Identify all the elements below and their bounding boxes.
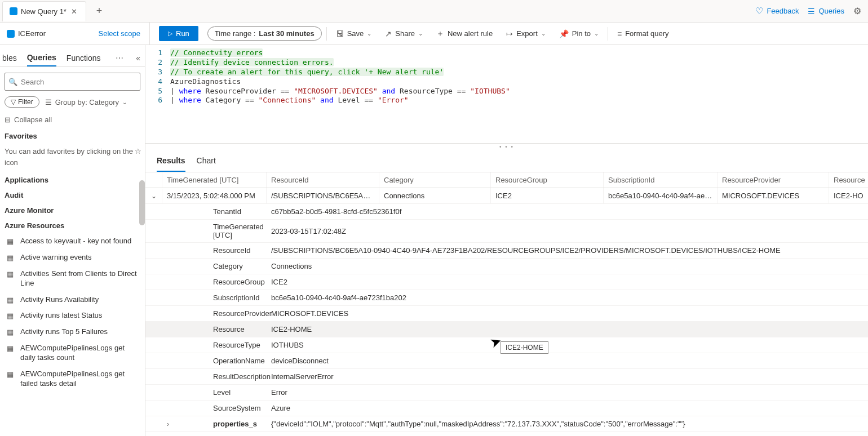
query-tab[interactable]: New Query 1* ✕ <box>2 1 86 21</box>
more-icon[interactable]: ⋯ <box>116 54 126 63</box>
chevron-down-icon: ⌄ <box>541 30 546 37</box>
detail-row[interactable]: ResourceProviderMICROSOFT.DEVICES <box>145 306 868 322</box>
query-editor[interactable]: 123456 // Connectvity errors // Identify… <box>145 45 868 144</box>
format-query-button[interactable]: ≡ Format query <box>613 27 673 41</box>
col-category[interactable]: Category <box>379 172 491 188</box>
line-gutter: 123456 <box>145 45 168 143</box>
col-subscriptionid[interactable]: SubscriptionId <box>604 172 718 188</box>
sidebar-tab-functions[interactable]: Functions <box>67 50 101 66</box>
sidebar-item[interactable]: ▦Active warning events <box>5 250 143 266</box>
detail-row[interactable]: TenantIdc67bb5a2-b0d5-4981-8cfd-c5fc5236… <box>145 204 868 220</box>
sidebar-item[interactable]: ▦Activity Runs Availability <box>5 292 143 308</box>
detail-value: 2023-03-15T17:02:48Z <box>267 224 868 238</box>
detail-row[interactable]: ResourceICE2-HOME <box>145 322 868 337</box>
sidebar-item[interactable]: ▦Access to keyvault - key not found <box>5 233 143 250</box>
groupby-dropdown[interactable]: ☰ Group by: Category ⌄ <box>45 98 127 106</box>
detail-value: InternalServerError <box>267 370 868 384</box>
group-audit[interactable]: Audit <box>5 188 143 203</box>
query-item-icon: ▦ <box>7 344 16 353</box>
detail-value: {"deviceId":"IOLM","protocol":"Mqtt","au… <box>267 417 868 431</box>
sidebar-item[interactable]: ▦AEWComputePipelinesLogs get daily tasks… <box>5 340 143 366</box>
filter-button[interactable]: ▽ Filter <box>5 96 39 108</box>
detail-row[interactable]: LevelError <box>145 385 868 401</box>
filter-icon: ▽ <box>11 98 16 106</box>
sidebar: bles Queries Functions ⋯ « 🔍 ▽ Filter ☰ … <box>0 45 145 436</box>
queries-link[interactable]: ☰ Queries <box>808 6 844 16</box>
tab-chart[interactable]: Chart <box>197 150 216 172</box>
sidebar-item[interactable]: ▦Activities Sent from Clients to Direct … <box>5 266 143 292</box>
detail-value: Connections <box>267 259 868 273</box>
detail-row[interactable]: SubscriptionIdbc6e5a10-0940-4c40-9af4-ae… <box>145 290 868 306</box>
collapse-icon: ⊟ <box>5 115 11 124</box>
export-icon: ↦ <box>506 29 513 38</box>
pin-label: Pin to <box>572 29 591 38</box>
col-resourceprovider[interactable]: ResourceProvider <box>718 172 829 188</box>
share-button[interactable]: ↗ Share ⌄ <box>380 27 427 41</box>
detail-key: Level <box>174 385 267 399</box>
share-label: Share <box>395 29 415 38</box>
detail-key: properties_s <box>174 417 267 431</box>
detail-row[interactable]: SourceSystemAzure <box>145 401 868 416</box>
detail-row[interactable]: authTypenull <box>145 432 868 436</box>
col-resourcegroup[interactable]: ResourceGroup <box>491 172 604 188</box>
query-item-icon: ▦ <box>7 270 16 278</box>
chevron-down-icon: ⌄ <box>418 30 423 37</box>
feedback-link[interactable]: ♡ Feedback <box>755 6 799 16</box>
group-azure-monitor[interactable]: Azure Monitor <box>5 203 143 218</box>
pin-button[interactable]: 📌 Pin to ⌄ <box>555 27 603 41</box>
detail-row[interactable]: CategoryConnections <box>145 259 868 274</box>
groupby-label: Group by: Category <box>55 98 119 106</box>
detail-key: ResourceGroup <box>174 275 267 289</box>
sidebar-tab-tables[interactable]: bles <box>2 50 17 66</box>
expand-icon[interactable]: › <box>145 420 174 428</box>
sidebar-item[interactable]: ▦Activity runs latest Status <box>5 308 143 324</box>
settings-link[interactable]: ⚙ <box>853 6 861 16</box>
col-resource[interactable]: Resource <box>829 172 868 188</box>
detail-row[interactable]: ResourceId/SUBSCRIPTIONS/BC6E5A10-0940-4… <box>145 243 868 259</box>
row-expander[interactable]: ⌄ <box>145 189 162 203</box>
export-button[interactable]: ↦ Export ⌄ <box>502 27 550 41</box>
format-label: Format query <box>625 29 668 38</box>
search-input[interactable] <box>21 78 136 86</box>
detail-row[interactable]: ResultDescriptionInternalServerError <box>145 369 868 385</box>
detail-value: ICE2-HOME <box>267 322 868 336</box>
sidebar-tab-queries[interactable]: Queries <box>27 50 56 66</box>
col-resourceid[interactable]: ResourceId <box>267 172 379 188</box>
col-timegenerated[interactable]: TimeGenerated [UTC] <box>162 172 267 188</box>
save-label: Save <box>347 29 364 38</box>
close-icon[interactable]: ✕ <box>70 7 79 16</box>
detail-row[interactable]: TimeGenerated [UTC]2023-03-15T17:02:48Z <box>145 220 868 243</box>
group-applications[interactable]: Applications <box>5 172 143 188</box>
code-area[interactable]: // Connectvity errors // Identify device… <box>168 45 512 143</box>
table-row[interactable]: ⌄ 3/15/2023, 5:02:48.000 PM /SUBSCRIPTIO… <box>145 188 868 204</box>
detail-row[interactable]: ResourceGroupICE2 <box>145 274 868 290</box>
detail-row[interactable]: ›properties_s{"deviceId":"IOLM","protoco… <box>145 416 868 432</box>
collapse-sidebar-icon[interactable]: « <box>136 54 143 63</box>
query-item-icon: ▦ <box>7 312 16 320</box>
run-label: Run <box>176 29 189 38</box>
sidebar-scrollbar[interactable] <box>139 180 145 225</box>
tab-results[interactable]: Results <box>157 150 185 172</box>
group-azure-resources[interactable]: Azure Resources <box>5 218 143 233</box>
search-box[interactable]: 🔍 <box>5 73 140 91</box>
feedback-label: Feedback <box>767 7 799 15</box>
filter-label: Filter <box>18 98 33 106</box>
time-range-picker[interactable]: Time range : Last 30 minutes <box>207 26 322 41</box>
sidebar-item[interactable]: ▦Activity runs Top 5 Failures <box>5 324 143 340</box>
select-scope-link[interactable]: Select scope <box>99 29 140 38</box>
new-alert-button[interactable]: ＋ New alert rule <box>432 26 497 41</box>
save-icon: 🖫 <box>336 29 344 38</box>
sidebar-item-label: Activities Sent from Clients to Direct L… <box>20 269 140 288</box>
add-tab-button[interactable]: + <box>91 3 108 20</box>
sidebar-item[interactable]: ▦AEWComputePipelinesLogs get failed task… <box>5 366 143 392</box>
detail-row[interactable]: OperationNamedeviceDisconnect <box>145 353 868 369</box>
collapse-all-button[interactable]: ⊟ Collapse all <box>0 113 145 126</box>
save-button[interactable]: 🖫 Save ⌄ <box>331 27 377 41</box>
results-grid[interactable]: TimeGenerated [UTC] ResourceId Category … <box>145 172 868 436</box>
run-button[interactable]: ▷ Run <box>159 26 198 41</box>
detail-key: SourceSystem <box>174 401 267 415</box>
resize-handle[interactable]: • • • <box>145 144 868 150</box>
query-item-icon: ▦ <box>7 370 16 379</box>
heart-icon: ♡ <box>755 6 763 16</box>
cell-resourcegroup: ICE2 <box>491 188 604 203</box>
